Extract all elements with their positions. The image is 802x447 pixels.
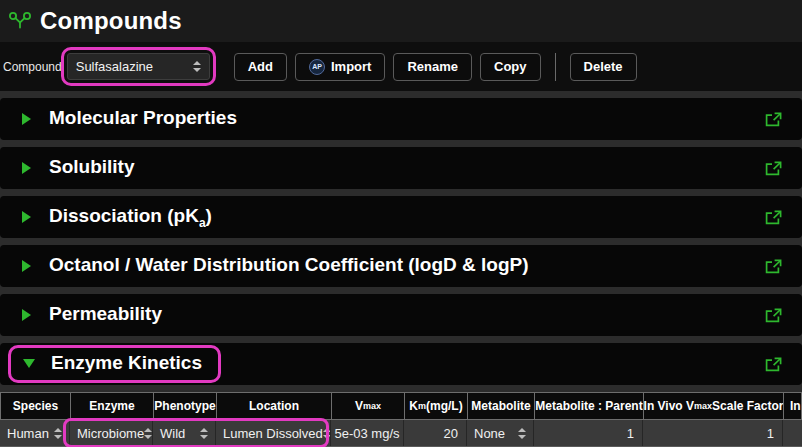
column-header-phenotype: Phenotype: [154, 393, 216, 419]
copy-button[interactable]: Copy: [480, 53, 541, 81]
column-header-metabolite-parent: Metabolite : Parent: [535, 393, 643, 419]
section-list: Molecular Properties Solubility: [0, 91, 802, 392]
updown-spinner-icon: [518, 428, 526, 439]
open-external-icon[interactable]: [765, 308, 782, 323]
column-header-truncated: In V: [784, 393, 801, 419]
import-button[interactable]: AP Import: [295, 53, 385, 81]
table-row: Human Microbiome Wild Lumen Dissolved 5e…: [0, 420, 802, 447]
column-header-vmax: Vmax: [332, 393, 404, 419]
toolbar-divider: [555, 53, 556, 81]
rename-button[interactable]: Rename: [393, 53, 472, 81]
column-header-species: Species: [1, 393, 70, 419]
open-external-icon[interactable]: [765, 357, 782, 372]
column-header-metabolite: Metabolite: [468, 393, 534, 419]
km-cell[interactable]: 20: [404, 420, 466, 446]
enzyme-kinetics-table: Species Enzyme Phenotype Location Vmax K…: [0, 392, 802, 447]
column-header-invivo-vmax-scale-factor: In Vivo Vmax Scale Factor: [644, 393, 783, 419]
section-molecular-properties[interactable]: Molecular Properties: [0, 98, 802, 140]
open-external-icon[interactable]: [765, 112, 782, 127]
collapsed-triangle-icon: [22, 113, 31, 125]
import-button-label: Import: [331, 59, 371, 74]
updown-spinner-icon: [193, 61, 201, 72]
section-label: Enzyme Kinetics: [51, 352, 202, 373]
open-external-icon[interactable]: [765, 259, 782, 274]
enzyme-select[interactable]: Microbiome: [70, 420, 152, 446]
metabolite-parent-cell[interactable]: 1: [534, 420, 642, 446]
metabolite-select[interactable]: None: [467, 420, 533, 446]
section-octanol-water-logd-logp[interactable]: Octanol / Water Distribution Coefficient…: [0, 245, 802, 287]
open-external-icon[interactable]: [765, 210, 782, 225]
section-label: Solubility: [49, 156, 135, 177]
toolbar-buttons: Add AP Import Rename Copy Delete: [234, 53, 637, 81]
section-label: Molecular Properties: [49, 107, 237, 128]
species-select[interactable]: Human: [0, 420, 69, 446]
section-label: Dissociation (pK: [49, 205, 199, 226]
page-title: Compounds: [40, 7, 182, 35]
invivo-vmax-scale-factor-cell[interactable]: 1: [643, 420, 782, 446]
section-permeability[interactable]: Permeability: [0, 294, 802, 336]
open-external-icon[interactable]: [765, 161, 782, 176]
compounds-page: Compounds Compound Sulfasalazine Add AP …: [0, 0, 802, 447]
phenotype-select[interactable]: Wild: [153, 420, 215, 446]
collapsed-triangle-icon: [22, 260, 31, 272]
column-header-enzyme: Enzyme: [71, 393, 153, 419]
table-header-row: Species Enzyme Phenotype Location Vmax K…: [0, 392, 802, 420]
expanded-triangle-icon: [23, 359, 35, 368]
delete-button[interactable]: Delete: [570, 53, 637, 81]
section-label: Permeability: [49, 303, 162, 324]
truncated-cell: [783, 420, 802, 446]
title-bar: Compounds: [0, 0, 802, 42]
collapsed-triangle-icon: [22, 162, 31, 174]
updown-spinner-icon: [144, 428, 152, 439]
compound-label: Compound: [3, 60, 62, 74]
updown-spinner-icon: [54, 428, 62, 439]
compound-toolbar: Compound Sulfasalazine Add AP Import Ren…: [0, 42, 802, 91]
enzyme-kinetics-highlight: Enzyme Kinetics: [8, 345, 221, 384]
compound-select-value: Sulfasalazine: [76, 59, 153, 74]
compound-molecule-icon: [8, 10, 32, 32]
admet-predictor-icon: AP: [309, 59, 325, 75]
location-select[interactable]: Lumen Dissolved: [216, 420, 330, 446]
compound-select[interactable]: Sulfasalazine: [67, 53, 210, 80]
section-dissociation-pka[interactable]: Dissociation (pKa): [0, 196, 802, 238]
updown-spinner-icon: [323, 428, 330, 439]
section-solubility[interactable]: Solubility: [0, 147, 802, 189]
add-button[interactable]: Add: [234, 53, 287, 81]
collapsed-triangle-icon: [22, 211, 31, 223]
column-header-location: Location: [217, 393, 331, 419]
section-enzyme-kinetics[interactable]: Enzyme Kinetics: [0, 343, 802, 385]
column-header-km: Km (mg/L): [405, 393, 467, 419]
compound-select-highlight: Sulfasalazine: [61, 47, 216, 86]
collapsed-triangle-icon: [22, 309, 31, 321]
vmax-cell[interactable]: 5e-03 mg/s: [331, 420, 403, 446]
updown-spinner-icon: [200, 428, 208, 439]
section-label: Octanol / Water Distribution Coefficient…: [49, 254, 529, 275]
